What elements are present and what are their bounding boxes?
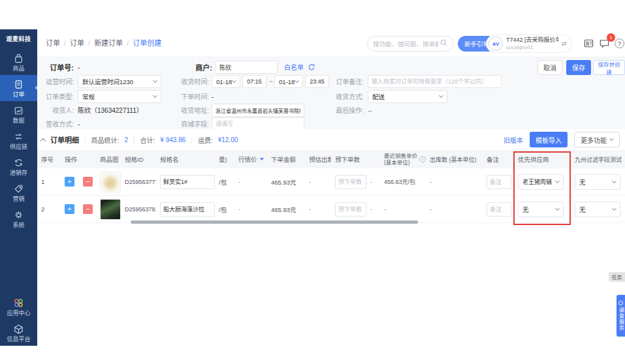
product-image[interactable] (100, 199, 121, 220)
jiuzhou-select[interactable]: 无 (575, 202, 620, 217)
breadcrumb-item[interactable]: 订单 (70, 29, 84, 57)
refresh-icon[interactable] (308, 63, 315, 72)
receive-method-value: 配送 (372, 92, 385, 101)
sidebar-item-orders[interactable]: 订单 (0, 75, 37, 101)
cube-icon (13, 324, 24, 335)
chevron-down-icon (555, 205, 560, 210)
app-center-icon (13, 297, 24, 309)
jiuzhou-select[interactable]: 无 (575, 174, 620, 190)
cancel-button[interactable]: 取消 (537, 60, 562, 75)
sidebar-item-label: 系统 (12, 222, 24, 228)
divider: | (191, 136, 193, 144)
header-estimate-out-label: 预估出数 (309, 155, 331, 164)
save-and-create-button[interactable]: 保存并创建 (593, 60, 625, 75)
supplier-value: 无 (522, 205, 529, 214)
switch-account-icon[interactable]: ⇄ (562, 40, 567, 47)
survey-service-side-tab[interactable]: 调查服务 (617, 295, 625, 337)
sidebar-item-app-center[interactable]: 应用中心 (0, 294, 37, 320)
remark-input[interactable] (487, 202, 511, 217)
mall-field-input[interactable] (212, 117, 304, 130)
breadcrumb-item[interactable]: 新建订单 (94, 29, 123, 57)
horizontal-scrollbar[interactable] (131, 220, 418, 224)
sidebar-item-label: 进销存 (10, 170, 27, 176)
search-icon[interactable] (440, 38, 448, 50)
receive-date-start-select[interactable]: 01-18 (212, 75, 240, 88)
chevron-down-icon (439, 93, 443, 98)
task-side-tab[interactable]: 任务 (609, 272, 625, 282)
messages-icon[interactable]: 1 (599, 38, 610, 52)
cell-seq: 2 (37, 205, 61, 213)
header-order-amount: 下单金额 (267, 155, 305, 164)
cell-image (96, 172, 121, 192)
delete-row-button[interactable]: − (83, 204, 93, 214)
sidebar: 观麦科技 商品 订单 数据 供应链 进销存 (0, 29, 37, 346)
collapse-icon[interactable] (40, 138, 46, 143)
sidebar-item-label: 信息平台 (7, 337, 30, 342)
header-remark: 备注 (483, 155, 514, 164)
spec-name-input[interactable] (160, 175, 215, 189)
spec-name-input[interactable] (160, 202, 215, 217)
chevron-down-icon (555, 178, 560, 183)
add-row-button[interactable]: + (65, 204, 74, 214)
merchant-input[interactable] (216, 61, 278, 74)
sidebar-item-label: 商品 (12, 66, 24, 72)
header-estimate-out: 预估出数i (305, 155, 331, 164)
sidebar-item-system[interactable]: 系统 (0, 205, 37, 232)
goods-stats-label: 商品统计: (91, 135, 120, 145)
search-input[interactable] (373, 40, 438, 48)
delete-row-button[interactable]: − (83, 177, 93, 187)
supplier-value: 老王猪肉铺 (522, 177, 552, 186)
order-detail-bar: 订单明细 | 商品统计: 2 | 合计: ¥ 943.86 | 运费: ¥12.… (37, 129, 625, 150)
receiver-label: 收货人: (39, 104, 74, 117)
cell-remark (483, 202, 514, 217)
old-version-link[interactable]: 旧版本 (504, 135, 523, 145)
product-image[interactable] (100, 172, 121, 192)
header-spec-name: 规格名 (156, 155, 215, 164)
template-import-button[interactable]: 模板导入 (530, 132, 568, 147)
supplier-select[interactable]: 无 (518, 202, 564, 217)
pre-order-input[interactable] (335, 202, 366, 217)
freight-label: 运费: (198, 135, 213, 145)
contact-service-icon[interactable] (583, 38, 594, 52)
receive-address-input[interactable] (212, 104, 304, 117)
order-no-label: 订单号: (39, 61, 74, 74)
cell-pre-order: - (331, 202, 380, 217)
cell-stock-out: - (426, 178, 483, 185)
sidebar-item-goods[interactable]: 商品 (0, 49, 37, 75)
cell-recent-price: 456.63元/包 (380, 177, 426, 186)
sidebar-item-info-platform[interactable]: 信息平台 (0, 320, 37, 346)
remark-input[interactable] (487, 175, 511, 189)
save-button[interactable]: 保存 (566, 60, 591, 75)
sort-filter-icon[interactable] (260, 158, 264, 160)
cell-image (96, 199, 121, 220)
user-info: T7442 [去采购报价单... qucaigou01 (506, 37, 558, 50)
add-row-button[interactable]: + (65, 177, 74, 187)
order-type-select[interactable]: 常规 (78, 90, 161, 103)
account-menu[interactable]: AV T7442 [去采购报价单... qucaigou01 ⇄ (486, 35, 572, 53)
table-row: 2 + − D259563781 /包 - 465.93元 - - - - 无 … (37, 196, 625, 223)
time-range-tilde: ~ (269, 76, 273, 89)
info-icon[interactable]: i (419, 156, 426, 162)
operate-time-select[interactable]: 默认运营时间1230 (78, 75, 161, 88)
sidebar-item-marketing[interactable]: 营销 (0, 179, 37, 205)
whitelist-link[interactable]: 白名单 (284, 61, 304, 74)
sidebar-item-inventory[interactable]: 进销存 (0, 153, 37, 179)
breadcrumb-separator: / (127, 29, 129, 57)
pre-order-input[interactable] (335, 175, 366, 189)
supplier-select[interactable]: 老王猪肉铺 (518, 174, 564, 190)
operate-time-label: 运营时间: (39, 76, 74, 89)
sidebar-item-supply-chain[interactable]: 供应链 (0, 127, 37, 153)
sidebar-item-data[interactable]: 数据 (0, 101, 37, 127)
receive-method-select[interactable]: 配送 (368, 90, 447, 103)
receive-date-end-select[interactable]: 01-18 (274, 75, 303, 88)
goods-stats-value: 2 (124, 136, 128, 144)
user-name: T7442 [去采购报价单... (506, 37, 558, 44)
order-remark-input[interactable] (368, 75, 502, 88)
order-doc-icon (13, 79, 24, 90)
help-icon[interactable]: ? (615, 38, 624, 48)
topbar: 订单 / 订单 / 新建订单 / 订单创建 新手引导 AV T7442 [去采购… (37, 29, 625, 57)
breadcrumb-item[interactable]: 订单 (46, 29, 60, 57)
more-functions-button[interactable]: 更多功能 (574, 132, 620, 147)
cell-spec-id: D259563781 (121, 206, 156, 213)
receive-time-start-input[interactable] (242, 75, 266, 88)
